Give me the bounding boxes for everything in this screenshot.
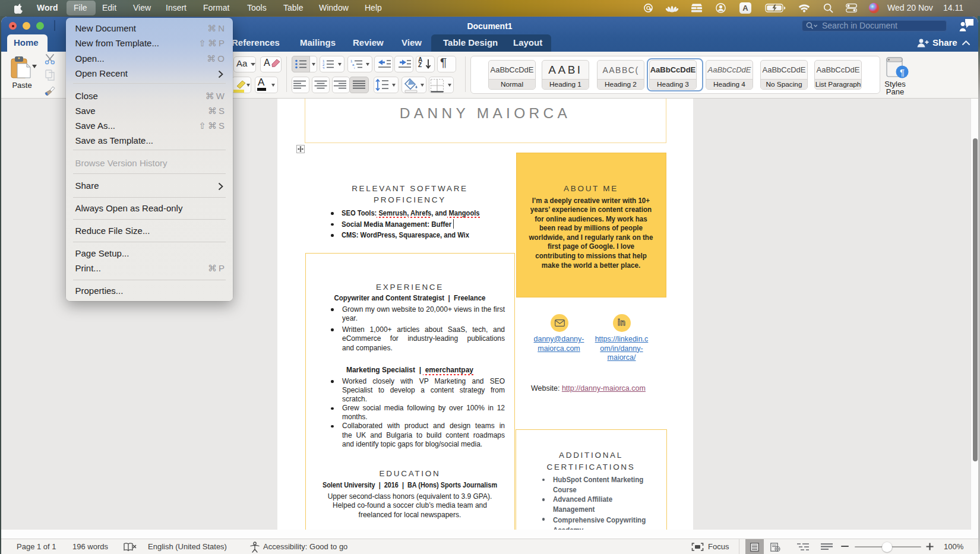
svg-text:i: i [354, 67, 355, 69]
svg-text:3: 3 [323, 67, 325, 69]
svg-text:¶: ¶ [900, 67, 905, 77]
